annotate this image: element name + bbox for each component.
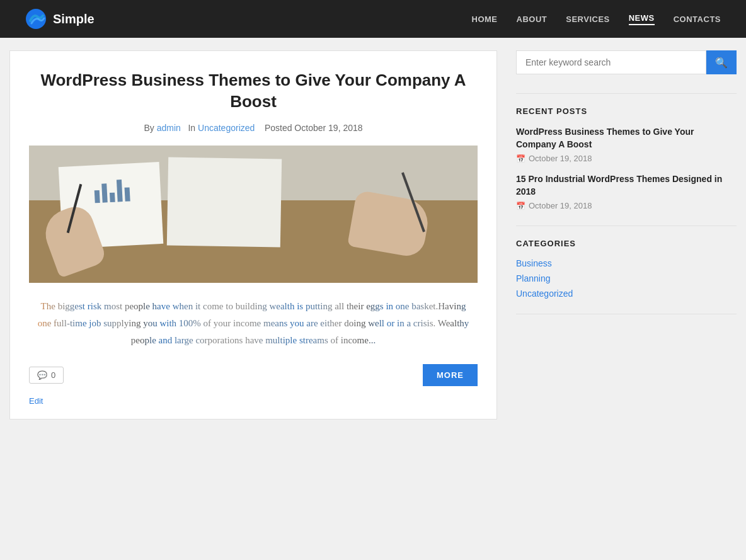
meta-posted: Posted October 19, 2018 bbox=[265, 123, 363, 133]
post-excerpt: The biggest risk most people have when i… bbox=[29, 298, 478, 349]
meta-author[interactable]: admin bbox=[157, 123, 181, 133]
category-planning[interactable]: Planning bbox=[516, 273, 737, 283]
recent-posts-section: RECENT POSTS WordPress Business Themes t… bbox=[516, 93, 737, 210]
post-meta: By admin In Uncategorized Posted October… bbox=[29, 123, 478, 133]
recent-post-date-text-1: October 19, 2018 bbox=[529, 154, 592, 163]
recent-posts-title: RECENT POSTS bbox=[516, 106, 737, 116]
recent-post-item: WordPress Business Themes to Give Your C… bbox=[516, 126, 737, 163]
category-uncategorized[interactable]: Uncategorized bbox=[516, 289, 737, 299]
search-button[interactable]: 🔍 bbox=[706, 50, 737, 74]
post-image bbox=[29, 146, 478, 283]
edit-link[interactable]: Edit bbox=[29, 396, 43, 406]
sidebar: 🔍 RECENT POSTS WordPress Business Themes… bbox=[516, 50, 737, 420]
site-header: Simple HOME ABOUT SERVICES NEWS CONTACTS bbox=[0, 0, 746, 38]
recent-post-item-2: 15 Pro Industrial WordPress Themes Desig… bbox=[516, 173, 737, 210]
meta-by: By bbox=[144, 123, 154, 133]
page-wrapper: WordPress Business Themes to Give Your C… bbox=[0, 38, 746, 432]
recent-post-date-1: 📅 October 19, 2018 bbox=[516, 154, 737, 163]
nav-news[interactable]: NEWS bbox=[629, 13, 655, 25]
nav-home[interactable]: HOME bbox=[472, 14, 498, 24]
nav-about[interactable]: ABOUT bbox=[517, 14, 548, 24]
post-footer: 💬 0 MORE bbox=[29, 364, 478, 386]
search-icon: 🔍 bbox=[715, 57, 728, 69]
post-title: WordPress Business Themes to Give Your C… bbox=[29, 70, 478, 113]
logo-text: Simple bbox=[53, 12, 95, 26]
categories-section: CATEGORIES Business Planning Uncategoriz… bbox=[516, 226, 737, 299]
categories-title: CATEGORIES bbox=[516, 239, 737, 248]
logo[interactable]: Simple bbox=[25, 8, 95, 30]
comment-count[interactable]: 💬 0 bbox=[29, 367, 64, 384]
main-nav: HOME ABOUT SERVICES NEWS CONTACTS bbox=[472, 13, 721, 25]
sidebar-bottom-divider bbox=[516, 314, 737, 314]
calendar-icon-1: 📅 bbox=[516, 154, 525, 163]
search-input[interactable] bbox=[516, 50, 706, 74]
comment-bubble-icon: 💬 bbox=[37, 370, 47, 380]
more-button[interactable]: MORE bbox=[423, 364, 478, 386]
nav-contacts[interactable]: CONTACTS bbox=[674, 14, 721, 24]
category-business[interactable]: Business bbox=[516, 258, 737, 268]
search-box: 🔍 bbox=[516, 50, 737, 74]
meta-category[interactable]: Uncategorized bbox=[198, 123, 255, 133]
comment-number: 0 bbox=[51, 370, 55, 380]
nav-services[interactable]: SERVICES bbox=[566, 14, 610, 24]
recent-post-title-1: WordPress Business Themes to Give Your C… bbox=[516, 126, 737, 151]
recent-post-title-2: 15 Pro Industrial WordPress Themes Desig… bbox=[516, 173, 737, 198]
recent-post-date-2: 📅 October 19, 2018 bbox=[516, 201, 737, 210]
recent-post-date-text-2: October 19, 2018 bbox=[529, 201, 592, 210]
calendar-icon-2: 📅 bbox=[516, 202, 525, 210]
main-content: WordPress Business Themes to Give Your C… bbox=[9, 50, 497, 420]
meta-in: In bbox=[188, 123, 195, 133]
